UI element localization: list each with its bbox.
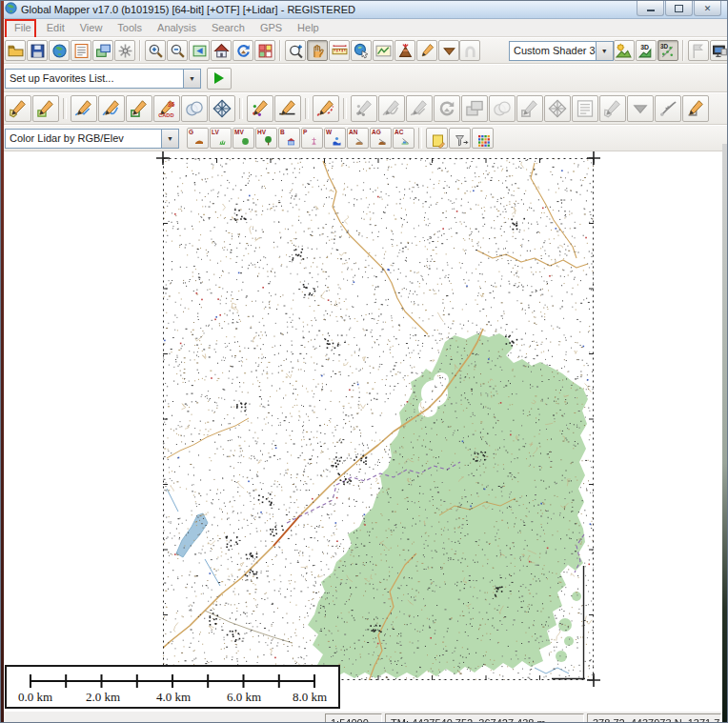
view-shed-tool-button[interactable]	[394, 40, 415, 61]
lidar-class-high-vegetation-button[interactable]: HV	[255, 128, 277, 149]
lidar-class-building-button[interactable]: B	[278, 128, 300, 149]
edit-vertex-icon	[658, 99, 677, 118]
menu-item-file[interactable]: File	[7, 20, 39, 35]
create-rectangle-feature-button[interactable]	[32, 95, 59, 122]
menu-item-gps[interactable]: GPS	[253, 20, 290, 35]
create-rectangle-icon	[36, 99, 55, 118]
lidar-auto-classify-ground-button[interactable]: AG	[370, 128, 392, 149]
refresh-map-button[interactable]	[233, 40, 253, 61]
lidar-3d-toggle-button[interactable]: 3D	[657, 40, 678, 61]
edit-feature-icon	[382, 99, 401, 118]
combine-areas-icon	[493, 99, 512, 118]
move-feature-button	[351, 95, 377, 122]
maximize-button[interactable]	[665, 1, 693, 16]
save-workspace-button[interactable]	[27, 40, 48, 61]
zoom-tool-button[interactable]	[285, 40, 306, 61]
menu-item-search[interactable]: Search	[204, 20, 253, 35]
shader-combo[interactable]: Custom Shader 3 ▼	[509, 41, 614, 61]
filter-lidar-points-button[interactable]	[449, 128, 471, 149]
lidar-color-palette-button[interactable]	[472, 128, 494, 149]
offset-feature-icon	[686, 99, 705, 118]
close-button[interactable]: ✕	[694, 1, 721, 16]
window-title: Global Mapper v17.0 (b101915) [64-bit] […	[21, 4, 355, 15]
menu-item-view[interactable]: View	[72, 20, 111, 35]
map-catalog-button[interactable]	[71, 40, 91, 61]
edit-lidar-note-button[interactable]	[426, 128, 448, 149]
minimize-button[interactable]	[637, 1, 664, 16]
favorites-combo[interactable]: Set up Favorites List... ▼	[5, 69, 201, 89]
create-line-feature-button[interactable]	[71, 95, 97, 122]
chevron-down-icon[interactable]: ▼	[183, 70, 200, 88]
offset-feature-button[interactable]	[682, 95, 709, 122]
create-grid-feature-button[interactable]	[209, 95, 235, 122]
configuration-button[interactable]	[114, 40, 135, 61]
lidar-auto-classify-button[interactable]: AC	[393, 128, 415, 149]
create-spline-feature-button[interactable]	[313, 95, 339, 122]
favorites-toolbar: Set up Favorites List... ▼	[1, 64, 727, 92]
flatten-terrain-tool-button[interactable]	[438, 40, 459, 61]
map-canvas[interactable]	[1, 151, 723, 711]
apply-favorite-button[interactable]	[207, 68, 232, 90]
zoom-in-button[interactable]	[145, 40, 166, 61]
dual-view-button[interactable]	[710, 40, 727, 61]
create-box-feature-button[interactable]	[126, 95, 152, 122]
digitizer-tool-button[interactable]	[416, 40, 437, 61]
create-cad-feature-button[interactable]: 36CADD	[153, 95, 180, 122]
create-profile-line-button[interactable]	[274, 95, 301, 122]
path-profile-tool-button[interactable]	[373, 40, 394, 61]
gps-tracking-button	[688, 40, 709, 61]
menu-item-tools[interactable]: Tools	[110, 20, 150, 35]
pan-tool-button[interactable]	[307, 40, 328, 61]
view-3d-icon: 3D	[637, 43, 654, 59]
chevron-down-icon[interactable]: ▼	[161, 130, 178, 148]
create-buffer-button[interactable]	[181, 95, 208, 122]
scale-bar-ticks	[7, 667, 338, 690]
create-cad-icon: 36CADD	[157, 99, 176, 118]
measure-tool-button[interactable]	[329, 40, 350, 61]
create-area-feature-button[interactable]	[5, 95, 31, 122]
download-online-imagery-button[interactable]	[49, 40, 70, 61]
create-curve-icon	[102, 99, 121, 118]
hillshade-toggle-button[interactable]	[614, 40, 635, 61]
scale-label: 4.0 km	[156, 690, 191, 705]
world-icon	[51, 43, 68, 59]
trim-feature-icon	[410, 99, 429, 118]
shader-combo-value: Custom Shader 3	[510, 45, 596, 56]
copy-feature-button	[461, 95, 488, 122]
path-profile-icon	[375, 43, 392, 59]
status-scale: 1:54000	[325, 713, 382, 723]
map-layout-button[interactable]	[254, 40, 275, 61]
full-view-button[interactable]	[211, 40, 232, 61]
status-position: TM: 4437540.752, 367427.438 m	[385, 713, 584, 723]
status-elevation: 378.72, 4437973 N, 1371.73 m	[587, 713, 721, 723]
menu-item-edit[interactable]: Edit	[39, 20, 72, 35]
lidar-color-combo[interactable]: Color Lidar by RGB/Elev ▼	[5, 129, 179, 149]
map-view[interactable]: 0.0 km 2.0 km 4.0 km 6.0 km 8.0 km	[1, 151, 723, 711]
attach-labels-icon	[576, 99, 595, 118]
reshape-area-button	[599, 95, 626, 122]
create-point-features-button[interactable]	[247, 95, 273, 122]
lidar-class-medium-vegetation-button[interactable]: MV	[233, 128, 254, 149]
app-icon	[5, 1, 17, 18]
edit-feature-button	[378, 95, 405, 122]
feature-info-tool-button[interactable]	[351, 40, 372, 61]
lidar-class-low-vegetation-button[interactable]: LV	[210, 128, 232, 149]
zoom-in-icon	[148, 43, 164, 59]
lidar-auto-classify-noise-button[interactable]: AN	[347, 128, 369, 149]
zoom-out-button[interactable]	[167, 40, 188, 61]
catalog-icon	[73, 43, 90, 59]
chevron-down-icon[interactable]: ▼	[596, 42, 613, 60]
file-toolbar: Custom Shader 3 ▼ 3D3D	[1, 37, 727, 64]
menu-item-analysis[interactable]: Analysis	[150, 20, 204, 35]
create-curve-feature-button[interactable]	[98, 95, 125, 122]
open-data-file-button[interactable]	[5, 40, 26, 61]
menu-item-help[interactable]: Help	[290, 20, 327, 35]
edit-vertices-button[interactable]	[655, 95, 681, 122]
crop-areas-icon	[520, 99, 539, 118]
lidar-class-ground-button[interactable]: G	[187, 128, 209, 149]
lidar-class-water-button[interactable]: W	[324, 128, 346, 149]
overlay-control-center-button[interactable]	[92, 40, 113, 61]
show-3d-view-button[interactable]: 3D	[636, 40, 657, 61]
lidar-class-pole-button[interactable]: P	[301, 128, 323, 149]
zoom-previous-button[interactable]	[189, 40, 210, 61]
